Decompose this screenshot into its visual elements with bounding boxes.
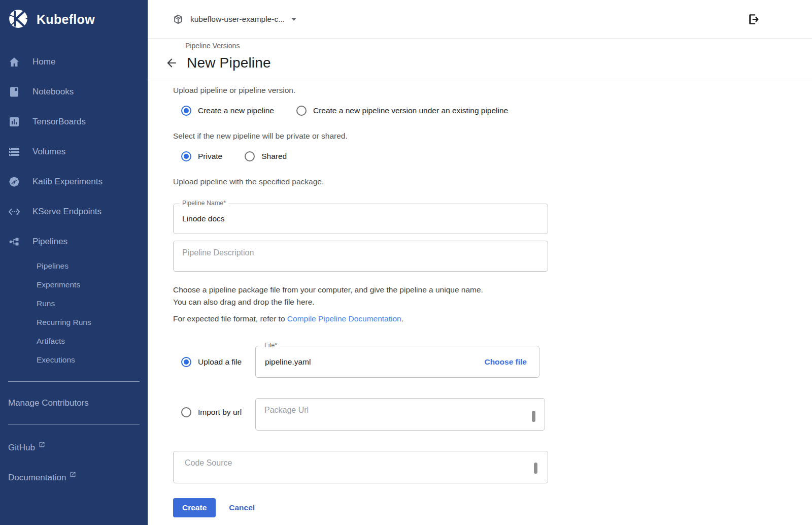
sidebar-item-manage-contributors[interactable]: Manage Contributors <box>0 388 148 418</box>
radio-upload-a-file[interactable]: Upload a file <box>181 357 255 367</box>
sidebar-divider <box>8 424 140 424</box>
sidebar-subitem-executions[interactable]: Executions <box>0 350 148 369</box>
sidebar-item-home[interactable]: Home <box>0 47 148 77</box>
volumes-icon <box>8 146 20 158</box>
radio-create-pipeline-version[interactable]: Create a new pipeline version under an e… <box>296 106 508 116</box>
sidebar-item-label: Katib Experiments <box>32 177 103 187</box>
code-source-input[interactable] <box>174 451 548 483</box>
sidebar-item-label: Notebooks <box>32 87 74 97</box>
radio-selected-icon <box>181 106 191 116</box>
sidebar-subitem-artifacts[interactable]: Artifacts <box>0 332 148 350</box>
radio-unselected-icon <box>296 106 307 116</box>
sidebar-link-github[interactable]: GitHub <box>0 433 148 463</box>
pipeline-description-fieldbox <box>173 241 548 272</box>
pipeline-name-label: Pipeline Name* <box>180 200 228 207</box>
top-bar: kubeflow-user-example-c... <box>148 0 812 39</box>
page-header: New Pipeline <box>148 52 812 79</box>
radio-unselected-icon <box>245 151 255 161</box>
radio-create-new-pipeline[interactable]: Create a new pipeline <box>181 106 274 116</box>
code-source-fieldbox <box>173 451 548 483</box>
pipeline-name-input[interactable] <box>174 204 548 234</box>
file-format-help: For expected file format, refer to Compi… <box>173 314 554 323</box>
sidebar-item-label: KServe Endpoints <box>32 207 101 217</box>
package-url-fieldbox <box>255 398 545 431</box>
kubeflow-logo-text: Kubeflow <box>37 12 95 27</box>
logout-button[interactable] <box>748 13 761 26</box>
radio-shared[interactable]: Shared <box>245 151 287 161</box>
chevron-down-icon <box>291 18 296 21</box>
sidebar-divider <box>8 381 140 382</box>
kserve-icon <box>8 206 20 218</box>
sidebar-item-label: Pipelines <box>32 237 67 247</box>
kubeflow-logo-icon <box>7 8 29 32</box>
package-url-input[interactable] <box>256 399 545 430</box>
sidebar-nav: Home Notebooks TensorBoards Volumes Kati… <box>0 47 148 369</box>
package-icon <box>173 14 184 25</box>
form-actions: Create Cancel <box>173 498 554 517</box>
sidebar-item-label: TensorBoards <box>32 117 86 127</box>
visibility-radio-group: Private Shared <box>173 148 554 165</box>
sidebar: Kubeflow Home Notebooks TensorBoards Vol… <box>0 0 148 525</box>
pipeline-description-input[interactable] <box>174 241 548 271</box>
katib-icon <box>8 176 20 188</box>
sidebar-subitem-runs[interactable]: Runs <box>0 294 148 313</box>
home-icon <box>8 56 20 68</box>
namespace-selector[interactable]: kubeflow-user-example-c... <box>173 14 296 25</box>
radio-selected-icon <box>181 357 191 367</box>
sidebar-item-label: Home <box>32 57 55 67</box>
back-button[interactable] <box>165 56 178 70</box>
package-helper: Upload pipeline with the specified packa… <box>173 177 554 187</box>
sidebar-item-kserve-endpoints[interactable]: KServe Endpoints <box>0 196 148 226</box>
external-link-icon <box>39 441 45 448</box>
breadcrumb-row: Pipeline Versions <box>148 39 812 52</box>
tensorboards-icon <box>8 116 20 128</box>
file-fieldbox: File* pipeline.yaml Choose file <box>255 346 539 378</box>
notebooks-icon <box>8 86 20 98</box>
external-link-icon <box>70 471 76 478</box>
radio-private[interactable]: Private <box>181 151 222 161</box>
sidebar-item-label: Volumes <box>32 147 65 157</box>
package-file-help-line2: You can also drag and drop the file here… <box>173 296 554 308</box>
sidebar-item-pipelines[interactable]: Pipelines <box>0 226 148 256</box>
sidebar-subitem-recurring-runs[interactable]: Recurring Runs <box>0 313 148 332</box>
pipeline-type-helper: Upload pipeline or pipeline version. <box>173 85 554 95</box>
scrollbar-thumb[interactable] <box>534 463 537 474</box>
breadcrumb[interactable]: Pipeline Versions <box>185 42 240 50</box>
create-button[interactable]: Create <box>173 498 216 517</box>
compile-pipeline-documentation-link[interactable]: Compile Pipeline Documentation <box>287 314 401 323</box>
pipeline-type-radio-group: Create a new pipeline Create a new pipel… <box>173 103 554 119</box>
visibility-helper: Select if the new pipeline will be priva… <box>173 131 554 141</box>
sidebar-link-documentation[interactable]: Documentation <box>0 463 148 493</box>
choose-file-button[interactable]: Choose file <box>484 357 527 367</box>
import-url-row: Import by url <box>173 398 554 431</box>
sidebar-item-katib-experiments[interactable]: Katib Experiments <box>0 167 148 196</box>
new-pipeline-form: Upload pipeline or pipeline version. Cre… <box>148 79 554 517</box>
radio-selected-icon <box>181 151 191 161</box>
sidebar-subitem-pipelines[interactable]: Pipelines <box>0 256 148 275</box>
file-field-value: pipeline.yaml <box>265 357 311 367</box>
pipelines-icon <box>8 236 20 248</box>
page-title: New Pipeline <box>187 55 271 71</box>
cancel-button[interactable]: Cancel <box>229 503 255 512</box>
namespace-label: kubeflow-user-example-c... <box>190 15 285 24</box>
kubeflow-logo[interactable]: Kubeflow <box>0 0 148 31</box>
sidebar-item-notebooks[interactable]: Notebooks <box>0 77 148 107</box>
main-content: Pipeline Versions New Pipeline Upload pi… <box>148 39 812 525</box>
scrollbar-thumb[interactable] <box>532 411 535 422</box>
upload-file-row: Upload a file File* pipeline.yaml Choose… <box>173 346 554 378</box>
file-field-label: File* <box>262 342 280 349</box>
sidebar-item-tensorboards[interactable]: TensorBoards <box>0 107 148 137</box>
package-file-help-line1: Choose a pipeline package file from your… <box>173 284 554 296</box>
radio-import-by-url[interactable]: Import by url <box>181 398 255 417</box>
radio-unselected-icon <box>181 407 191 417</box>
pipeline-name-fieldbox: Pipeline Name* <box>173 204 548 234</box>
package-file-help: Choose a pipeline package file from your… <box>173 284 554 308</box>
sidebar-item-volumes[interactable]: Volumes <box>0 137 148 167</box>
sidebar-subitem-experiments[interactable]: Experiments <box>0 275 148 294</box>
